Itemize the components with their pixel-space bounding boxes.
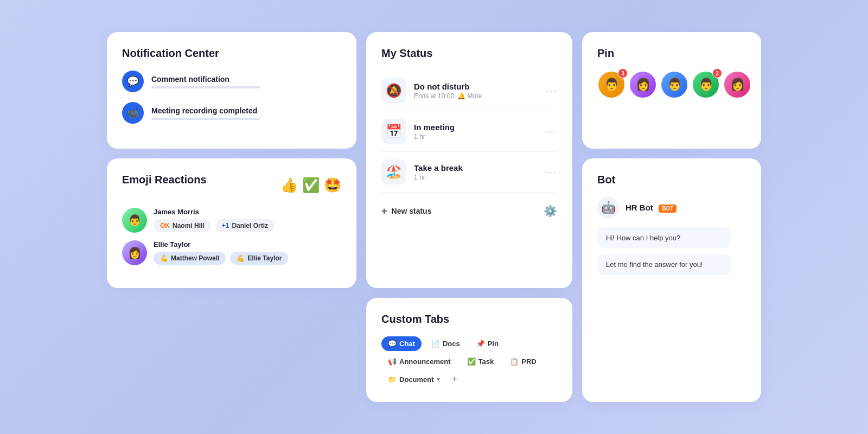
pin-avatars: 👨 3 👩 👨 👨 2 👩	[597, 71, 746, 99]
pin-avatar-2-wrap[interactable]: 👩	[629, 71, 657, 99]
muscle-icon-ellie: 💪	[237, 254, 245, 262]
reaction-tags-ellie: 💪 Matthew Powell 💪 Ellie Taylor	[154, 252, 288, 265]
add-tab-button[interactable]: +	[452, 374, 458, 385]
reaction-person-james: 👨 James Morris OK Naomi Hill +1 Daniel O…	[122, 208, 341, 233]
reaction-person-ellie: 👩 Ellie Taylor 💪 Matthew Powell 💪 Ellie …	[122, 240, 341, 265]
plus1-badge: +1	[222, 222, 229, 229]
notification-center-title: Notification Center	[122, 47, 341, 60]
meeting-status-icon: 📅	[381, 119, 406, 144]
bot-message-1: Hi! How can I help you?	[597, 227, 731, 248]
status-item-meeting: 📅 In meeting 1 hr ···	[381, 111, 557, 152]
tab-announcement[interactable]: 📢 Announcement	[381, 354, 457, 369]
notification-item-comment: 💬 Comment notification	[122, 71, 341, 92]
chat-tab-label: Chat	[399, 340, 415, 348]
pin-avatar-4-wrap[interactable]: 👨 2	[692, 71, 720, 99]
status-item-break: 🏖️ Take a break 1 hr ···	[381, 152, 557, 193]
pin-avatar-5: 👩	[723, 71, 751, 99]
docs-tab-icon: 📄	[431, 340, 440, 348]
announcement-tab-label: Announcement	[399, 358, 451, 366]
naomi-hill-label: Naomi Hill	[173, 222, 205, 229]
notification-center-card: Notification Center 💬 Comment notificati…	[107, 32, 356, 149]
my-status-title: My Status	[381, 47, 557, 60]
emoji-header-icons: 👍 ✅ 🤩	[280, 177, 341, 194]
my-status-card: My Status 🔕 Do not disturb Ends at 10:00…	[366, 32, 572, 288]
break-status-menu[interactable]: ···	[546, 167, 557, 178]
bot-name: HR Bot	[626, 203, 653, 212]
reaction-name-james: James Morris	[154, 208, 275, 216]
meeting-status-name: In meeting	[414, 123, 538, 132]
pin-avatar-1-wrap[interactable]: 👨 3	[597, 71, 626, 99]
comment-notification-label: Comment notification	[151, 75, 341, 84]
pin-tab-label: Pin	[488, 340, 499, 348]
avatar-james: 👨	[122, 208, 147, 233]
announcement-tab-icon: 📢	[388, 358, 397, 366]
break-status-name: Take a break	[414, 163, 538, 173]
bot-title: Bot	[597, 174, 746, 186]
muscle-icon-matthew: 💪	[160, 254, 168, 262]
dnd-status-menu[interactable]: ···	[546, 85, 557, 97]
meeting-notification-label: Meeting recording completed	[151, 106, 341, 115]
reaction-tag-ellie2[interactable]: 💪 Ellie Taylor	[230, 252, 288, 265]
reaction-tags-james: OK Naomi Hill +1 Daniel Ortiz	[154, 219, 275, 232]
dnd-status-sub: Ends at 10:00 🔔 Mute	[414, 92, 538, 100]
tab-chat[interactable]: 💬 Chat	[381, 336, 422, 351]
task-tab-icon: ✅	[467, 358, 476, 366]
notification-item-meeting: 📹 Meeting recording completed	[122, 102, 341, 124]
emoji-reactions-card: Emoji Reactions 👍 ✅ 🤩 👨 James Morris OK …	[107, 158, 356, 288]
tab-document[interactable]: 📁 Document ▾	[381, 372, 446, 387]
meeting-notification-icon: 📹	[122, 102, 144, 124]
plus-icon: +	[381, 206, 387, 217]
bot-card: Bot 🤖 HR Bot BOT Hi! How can I help you?…	[582, 158, 761, 402]
meeting-status-sub: 1 hr	[414, 133, 538, 141]
bot-avatar: 🤖	[597, 197, 619, 219]
emoji-reactions-title: Emoji Reactions	[122, 174, 207, 186]
thumbs-up-icon: 👍	[280, 177, 298, 194]
break-status-icon: 🏖️	[381, 159, 406, 184]
reaction-tag-daniel[interactable]: +1 Daniel Ortiz	[215, 219, 275, 232]
ok-badge: OK	[160, 222, 170, 229]
daniel-ortiz-label: Daniel Ortiz	[232, 222, 268, 229]
custom-tabs-title: Custom Tabs	[381, 313, 557, 326]
status-item-dnd: 🔕 Do not disturb Ends at 10:00 🔔 Mute ··…	[381, 71, 557, 111]
pin-card: Pin 👨 3 👩 👨 👨 2 👩	[582, 32, 761, 149]
avatar-ellie: 👩	[122, 240, 147, 265]
chat-tab-icon: 💬	[388, 340, 397, 348]
excited-icon: 🤩	[324, 177, 341, 194]
pin-avatar-2: 👩	[629, 71, 657, 99]
bot-header: 🤖 HR Bot BOT	[597, 197, 746, 219]
tabs-row: 💬 Chat 📄 Docs 📌 Pin 📢 Announcement ✅ Tas…	[381, 336, 557, 387]
done-icon: ✅	[302, 177, 320, 194]
reaction-name-ellie: Ellie Taylor	[154, 240, 288, 248]
new-status-button[interactable]: + New status	[381, 206, 431, 217]
pin-avatar-5-wrap[interactable]: 👩	[723, 71, 751, 99]
meeting-notification-bar	[151, 118, 260, 120]
prd-tab-icon: 📋	[510, 358, 519, 366]
ellie-taylor-label: Ellie Taylor	[247, 254, 282, 262]
bot-badge: BOT	[659, 205, 676, 213]
reaction-tag-matthew[interactable]: 💪 Matthew Powell	[154, 252, 226, 265]
reaction-tag-naomi[interactable]: OK Naomi Hill	[154, 219, 211, 232]
bot-message-2: Let me find the answer for you!	[597, 254, 731, 275]
break-status-sub: 1 hr	[414, 174, 538, 181]
mute-badge: 🔔 Mute	[457, 92, 482, 100]
custom-tabs-card: Custom Tabs 💬 Chat 📄 Docs 📌 Pin 📢 Announ…	[366, 298, 572, 402]
settings-gear-icon[interactable]: ⚙️	[544, 205, 557, 218]
pin-avatar-3: 👨	[660, 71, 688, 99]
pin-tab-icon: 📌	[476, 340, 485, 348]
tab-task[interactable]: ✅ Task	[461, 354, 501, 369]
pin-title: Pin	[597, 47, 746, 60]
document-tab-label: Document	[399, 375, 434, 384]
docs-tab-label: Docs	[443, 340, 460, 348]
document-tab-chevron: ▾	[437, 376, 440, 383]
matthew-powell-label: Matthew Powell	[171, 254, 219, 262]
dnd-status-icon: 🔕	[381, 78, 406, 103]
tab-prd[interactable]: 📋 PRD	[503, 354, 542, 369]
comment-notification-bar	[151, 86, 260, 88]
meeting-status-menu[interactable]: ···	[546, 126, 557, 137]
pin-badge-4: 2	[712, 68, 722, 78]
tab-pin[interactable]: 📌 Pin	[470, 336, 505, 351]
tab-docs[interactable]: 📄 Docs	[425, 336, 467, 351]
comment-notification-icon: 💬	[122, 71, 144, 92]
pin-badge-1: 3	[618, 68, 628, 78]
pin-avatar-3-wrap[interactable]: 👨	[660, 71, 688, 99]
